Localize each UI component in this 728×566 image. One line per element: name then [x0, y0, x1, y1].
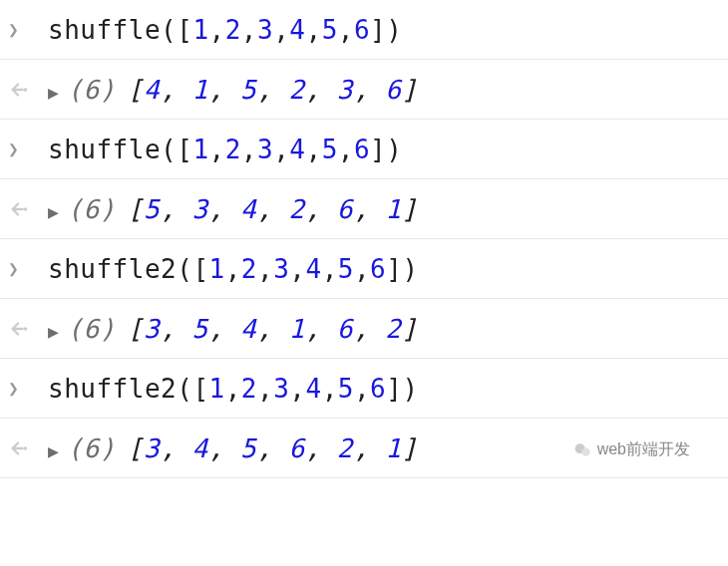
array-length: (6) — [67, 433, 115, 463]
array-value: 1 — [385, 433, 401, 463]
open-paren: ( — [177, 374, 192, 404]
open-bracket: [ — [128, 194, 144, 224]
input-chevron-icon: ❯ — [8, 139, 48, 159]
input-expression: shuffle2([1,2,3,4,5,6]) — [48, 374, 720, 404]
comma: , — [289, 254, 305, 284]
array-value: 6 — [337, 194, 353, 224]
comma: , — [256, 433, 272, 463]
number-literal: 5 — [322, 15, 338, 45]
close-bracket: ] — [370, 15, 386, 45]
number-literal: 1 — [209, 254, 225, 284]
close-bracket: ] — [401, 433, 417, 463]
comma: , — [209, 15, 225, 45]
array-value: 6 — [288, 433, 304, 463]
number-literal: 5 — [338, 374, 354, 404]
expand-triangle-icon[interactable]: ▶ — [48, 321, 59, 342]
number-literal: 6 — [354, 15, 370, 45]
array-value: 5 — [240, 433, 256, 463]
input-expression: shuffle2([1,2,3,4,5,6]) — [48, 254, 720, 284]
comma: , — [257, 374, 273, 404]
number-literal: 1 — [192, 135, 208, 164]
comma: , — [354, 374, 370, 404]
console-input-row: ❯shuffle2([1,2,3,4,5,6]) — [0, 359, 728, 419]
wechat-icon — [573, 440, 593, 460]
close-bracket: ] — [386, 374, 402, 404]
number-literal: 2 — [225, 15, 241, 45]
number-literal: 6 — [354, 135, 370, 164]
array-value: 4 — [240, 314, 256, 344]
open-bracket: [ — [128, 433, 144, 463]
open-bracket: [ — [128, 314, 144, 344]
number-literal: 1 — [209, 374, 225, 404]
return-arrow-icon — [8, 318, 30, 340]
close-bracket: ] — [401, 75, 417, 105]
close-paren: ) — [386, 135, 402, 164]
comma: , — [353, 314, 369, 344]
array-value: 1 — [385, 194, 401, 224]
comma: , — [305, 194, 321, 224]
comma: , — [208, 433, 224, 463]
comma: , — [353, 75, 369, 105]
svg-point-5 — [581, 447, 589, 455]
comma: , — [353, 433, 369, 463]
array-value: 5 — [240, 75, 256, 105]
console-input-row: ❯shuffle([1,2,3,4,5,6]) — [0, 0, 728, 60]
comma: , — [257, 254, 273, 284]
comma: , — [338, 15, 354, 45]
comma: , — [305, 15, 321, 45]
comma: , — [305, 135, 321, 164]
svg-point-0 — [24, 88, 28, 92]
chevron-right-icon: ❯ — [8, 19, 19, 40]
comma: , — [160, 314, 176, 344]
output-value[interactable]: ▶(6)[5, 3, 4, 2, 6, 1] — [48, 194, 720, 224]
chevron-right-icon: ❯ — [8, 258, 19, 279]
input-expression: shuffle([1,2,3,4,5,6]) — [48, 15, 720, 45]
return-arrow-icon — [8, 437, 30, 459]
array-length: (6) — [67, 75, 115, 105]
array-value: 6 — [385, 75, 401, 105]
close-bracket: ] — [401, 194, 417, 224]
array-value: 1 — [288, 314, 304, 344]
input-expression: shuffle([1,2,3,4,5,6]) — [48, 135, 720, 164]
open-paren: ( — [161, 135, 177, 164]
comma: , — [241, 135, 257, 164]
console-output: ❯shuffle([1,2,3,4,5,6])▶(6)[4, 1, 5, 2, … — [0, 0, 728, 478]
svg-point-3 — [24, 446, 28, 450]
return-arrow-icon — [8, 198, 30, 220]
output-value[interactable]: ▶(6)[3, 5, 4, 1, 6, 2] — [48, 314, 720, 344]
watermark: web前端开发 — [573, 439, 690, 460]
number-literal: 3 — [273, 374, 289, 404]
svg-point-2 — [24, 327, 28, 331]
comma: , — [273, 135, 289, 164]
array-value: 2 — [288, 75, 304, 105]
array-value: 2 — [385, 314, 401, 344]
close-bracket: ] — [401, 314, 417, 344]
array-value: 3 — [144, 314, 160, 344]
number-literal: 6 — [370, 254, 386, 284]
array-value: 6 — [337, 314, 353, 344]
array-value: 5 — [191, 314, 207, 344]
output-return-icon — [8, 198, 48, 220]
comma: , — [160, 75, 176, 105]
expand-triangle-icon[interactable]: ▶ — [48, 440, 59, 461]
number-literal: 5 — [338, 254, 354, 284]
comma: , — [322, 374, 338, 404]
console-output-row: ▶(6)[3, 5, 4, 1, 6, 2] — [0, 299, 728, 359]
console-input-row: ❯shuffle2([1,2,3,4,5,6]) — [0, 239, 728, 299]
console-output-row: ▶(6)[4, 1, 5, 2, 3, 6] — [0, 60, 728, 120]
number-literal: 2 — [241, 374, 257, 404]
comma: , — [160, 194, 176, 224]
array-length: (6) — [67, 194, 115, 224]
number-literal: 3 — [273, 254, 289, 284]
svg-point-1 — [24, 207, 28, 211]
input-chevron-icon: ❯ — [8, 19, 48, 40]
expand-triangle-icon[interactable]: ▶ — [48, 201, 59, 222]
expand-triangle-icon[interactable]: ▶ — [48, 82, 59, 103]
output-value[interactable]: ▶(6)[4, 1, 5, 2, 3, 6] — [48, 75, 720, 105]
function-name: shuffle2 — [48, 374, 177, 404]
comma: , — [208, 75, 224, 105]
close-paren: ) — [402, 374, 418, 404]
number-literal: 4 — [289, 15, 305, 45]
comma: , — [354, 254, 370, 284]
number-literal: 2 — [241, 254, 257, 284]
